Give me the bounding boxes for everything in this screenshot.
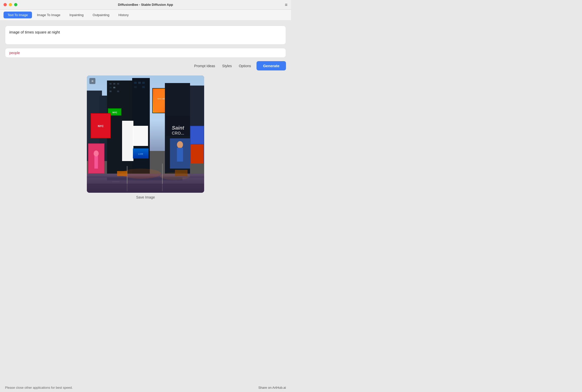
generated-image: NYC NYC SKYLINE xyxy=(87,75,204,193)
svg-rect-17 xyxy=(134,82,137,84)
svg-text:Saint: Saint xyxy=(172,125,185,131)
svg-text:NYC: NYC xyxy=(112,111,117,114)
tab-text-to-image[interactable]: Text To Image xyxy=(4,12,32,18)
svg-rect-40 xyxy=(94,156,98,169)
maximize-button[interactable] xyxy=(14,3,17,6)
svg-rect-19 xyxy=(142,82,145,84)
save-image-label[interactable]: Save Image xyxy=(136,195,155,199)
svg-point-39 xyxy=(94,150,99,156)
navbar: Text To Image Image To Image Inpainting … xyxy=(0,10,291,21)
window-controls xyxy=(4,3,17,6)
svg-rect-20 xyxy=(134,86,137,88)
svg-point-49 xyxy=(177,141,183,148)
svg-text:LIVE: LIVE xyxy=(138,153,143,155)
image-menu-icon[interactable]: ≡ xyxy=(89,78,95,84)
svg-text:NYC: NYC xyxy=(98,125,103,128)
svg-rect-7 xyxy=(113,83,115,85)
tab-history[interactable]: History xyxy=(115,12,133,18)
menu-icon[interactable]: ≡ xyxy=(285,3,287,7)
svg-rect-21 xyxy=(142,86,145,88)
svg-rect-62 xyxy=(175,170,188,176)
tab-outpainting[interactable]: Outpainting xyxy=(89,12,114,18)
negative-prompt-input[interactable] xyxy=(5,48,286,58)
minimize-button[interactable] xyxy=(9,3,12,6)
svg-rect-12 xyxy=(117,91,119,92)
svg-rect-10 xyxy=(113,87,115,88)
svg-rect-8 xyxy=(117,83,119,85)
svg-rect-23 xyxy=(133,126,148,145)
svg-rect-42 xyxy=(123,121,133,161)
image-container: ≡ xyxy=(5,75,286,199)
options-button[interactable]: Options xyxy=(237,63,252,69)
svg-rect-58 xyxy=(87,184,204,193)
styles-button[interactable]: Styles xyxy=(221,63,233,69)
svg-rect-9 xyxy=(110,87,112,88)
svg-rect-18 xyxy=(138,82,141,84)
svg-rect-47 xyxy=(191,144,204,164)
toolbar: Prompt Ideas Styles Options Generate xyxy=(5,61,286,70)
main-content: Prompt Ideas Styles Options Generate ≡ xyxy=(0,21,291,202)
tab-inpainting[interactable]: Inpainting xyxy=(65,12,88,18)
svg-rect-46 xyxy=(191,126,204,144)
svg-rect-61 xyxy=(117,171,127,176)
prompt-ideas-button[interactable]: Prompt Ideas xyxy=(193,63,216,69)
svg-rect-6 xyxy=(110,83,112,85)
generate-button[interactable]: Generate xyxy=(257,61,286,70)
prompt-input[interactable] xyxy=(5,26,286,45)
svg-rect-50 xyxy=(177,148,183,162)
titlebar: DiffusionBee - Stable Diffusion App ≡ xyxy=(0,0,291,10)
window-title: DiffusionBee - Stable Diffusion App xyxy=(118,3,173,7)
generated-image-wrapper: ≡ xyxy=(87,75,204,193)
tab-image-to-image[interactable]: Image To Image xyxy=(33,12,64,18)
svg-rect-52 xyxy=(112,181,120,182)
svg-rect-11 xyxy=(110,91,112,92)
close-button[interactable] xyxy=(4,3,7,6)
svg-text:CRO...: CRO... xyxy=(172,131,184,135)
